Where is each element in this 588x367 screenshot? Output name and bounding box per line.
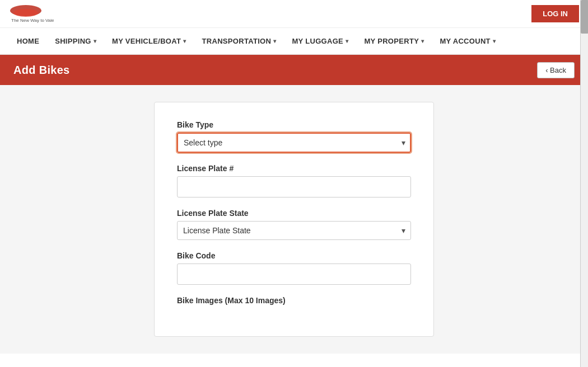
input-license-plate[interactable]	[177, 176, 411, 197]
nav-link[interactable]: MY PROPERTY▾	[356, 28, 432, 54]
nav-link[interactable]: MY ACCOUNT▾	[432, 28, 503, 54]
page-title: Add Bikes	[13, 64, 70, 77]
field-label-bike-type: Bike Type	[177, 120, 411, 129]
input-bike-code[interactable]	[177, 264, 411, 285]
field-group-license-plate: License Plate #	[177, 164, 411, 197]
logo-icon: The New Way to Valet	[9, 4, 54, 24]
nav-link[interactable]: MY LUGGAGE▾	[284, 28, 356, 54]
field-label-license-plate: License Plate #	[177, 164, 411, 173]
nav-link[interactable]: MY VEHICLE/BOAT▾	[104, 28, 194, 54]
nav-link[interactable]: SHIPPING▾	[47, 28, 104, 54]
select-wrapper-license-plate-state: License Plate StateALAKAZARCACOCTDEFLGAH…	[177, 221, 411, 240]
logo-area: The New Way to Valet	[9, 4, 54, 24]
nav-link[interactable]: HOME	[9, 28, 47, 54]
form-card: Bike TypeSelect typeMountain BikeRoad Bi…	[154, 102, 434, 337]
field-label-bike-code: Bike Code	[177, 251, 411, 260]
chevron-down-icon: ▾	[94, 38, 96, 44]
nav-item-my-account[interactable]: MY ACCOUNT▾	[432, 28, 503, 54]
nav-item-my-property[interactable]: MY PROPERTY▾	[356, 28, 432, 54]
field-group-bike-code: Bike Code	[177, 251, 411, 285]
scrollbar-thumb[interactable]	[581, 0, 588, 34]
select-wrapper-bike-type: Select typeMountain BikeRoad BikeBMXOthe…	[177, 133, 411, 153]
chevron-down-icon: ▾	[273, 38, 276, 44]
chevron-down-icon: ▾	[493, 38, 496, 44]
chevron-down-icon: ▾	[183, 38, 186, 44]
nav-item-shipping[interactable]: SHIPPING▾	[47, 28, 104, 54]
nav-item-transportation[interactable]: TRANSPORTATION▾	[194, 28, 284, 54]
field-label-license-plate-state: License Plate State	[177, 209, 411, 218]
main-nav: HOMESHIPPING▾MY VEHICLE/BOAT▾TRANSPORTAT…	[0, 28, 588, 55]
nav-link[interactable]: TRANSPORTATION▾	[194, 28, 284, 54]
svg-point-2	[13, 9, 38, 17]
field-group-bike-type: Bike TypeSelect typeMountain BikeRoad Bi…	[177, 120, 411, 153]
page-banner: Add Bikes ‹ Back	[0, 55, 588, 85]
scrollbar-track[interactable]	[580, 0, 588, 367]
svg-text:The New Way to Valet: The New Way to Valet	[11, 18, 54, 23]
nav-item-my-vehicle-boat[interactable]: MY VEHICLE/BOAT▾	[104, 28, 194, 54]
back-button[interactable]: ‹ Back	[537, 62, 575, 78]
top-header: The New Way to Valet LOG IN	[0, 0, 588, 28]
field-label-bike-images: Bike Images (Max 10 Images)	[177, 296, 411, 305]
login-button[interactable]: LOG IN	[531, 5, 579, 22]
chevron-down-icon: ▾	[421, 38, 424, 44]
field-group-bike-images: Bike Images (Max 10 Images)	[177, 296, 411, 305]
select-bike-type[interactable]: Select typeMountain BikeRoad BikeBMXOthe…	[177, 133, 411, 153]
nav-item-home[interactable]: HOME	[9, 28, 47, 54]
nav-item-my-luggage[interactable]: MY LUGGAGE▾	[284, 28, 356, 54]
field-group-license-plate-state: License Plate StateLicense Plate StateAL…	[177, 209, 411, 240]
chevron-down-icon: ▾	[346, 38, 348, 44]
select-license-plate-state[interactable]: License Plate StateALAKAZARCACOCTDEFLGAH…	[177, 221, 411, 240]
main-content: Bike TypeSelect typeMountain BikeRoad Bi…	[0, 85, 588, 354]
